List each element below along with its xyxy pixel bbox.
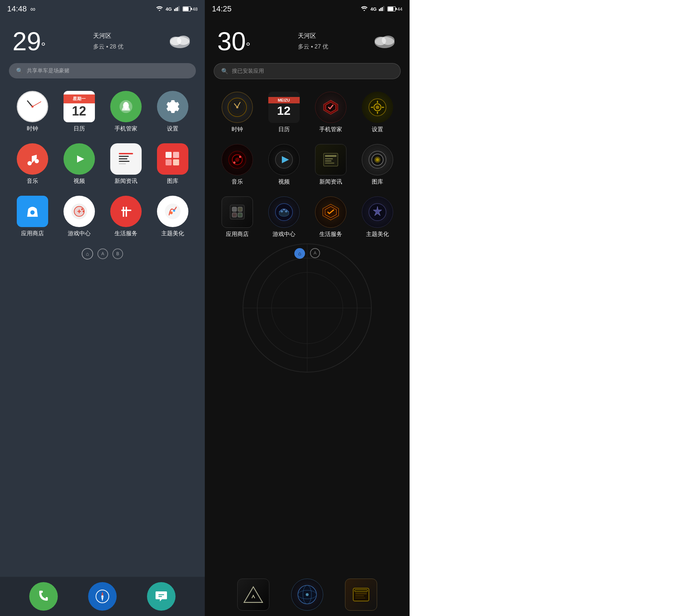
app-grid-left: 时钟 星期一 12 日历 手机管家: [0, 84, 205, 245]
clock-icon-right[interactable]: [222, 92, 253, 123]
svg-point-23: [30, 210, 35, 215]
manager-icon-right[interactable]: [315, 92, 346, 123]
dot-a-left[interactable]: A: [97, 248, 108, 259]
store-icon-right[interactable]: [222, 196, 253, 228]
app-theme-right[interactable]: 主题美化: [354, 196, 401, 238]
app-calendar-left[interactable]: 星期一 12 日历: [56, 91, 102, 133]
clock-label-left: 时钟: [27, 125, 38, 133]
settings-label-left: 设置: [167, 125, 178, 133]
app-video-left[interactable]: 视频: [56, 143, 102, 185]
infinity-icon-left: ∞: [30, 5, 35, 13]
theme-icon-right[interactable]: [362, 196, 393, 228]
clock-icon-left[interactable]: [17, 91, 48, 122]
svg-rect-82: [232, 213, 237, 217]
app-news-right[interactable]: 新闻资讯: [307, 144, 354, 186]
app-music-left[interactable]: 音乐: [9, 143, 56, 185]
app-gallery-right[interactable]: 图库: [354, 144, 401, 186]
svg-rect-102: [355, 595, 364, 596]
status-icons-right: 4G 44: [360, 6, 402, 12]
svg-rect-37: [158, 596, 162, 597]
battery-icon-left: 48: [183, 6, 198, 12]
app-video-right[interactable]: 视频: [260, 144, 307, 186]
signal-bars-right: [379, 6, 385, 12]
battery-icon-right: 44: [387, 6, 402, 12]
dock-app2-right[interactable]: [291, 579, 323, 611]
news-icon-right[interactable]: [315, 144, 346, 175]
life-icon-right[interactable]: [315, 196, 346, 228]
svg-rect-16: [119, 158, 127, 159]
app-clock-right[interactable]: 时钟: [214, 92, 260, 133]
app-theme-left[interactable]: 主题美化: [149, 196, 196, 237]
manager-label-right: 手机管家: [319, 126, 342, 133]
theme-icon-left[interactable]: [157, 196, 188, 227]
wifi-icon-right: [360, 6, 368, 12]
music-icon-right[interactable]: [222, 144, 253, 175]
search-bar-right[interactable]: 🔍 搜已安装应用: [214, 63, 401, 79]
settings-icon-left[interactable]: [157, 91, 188, 122]
left-phone: 14:48 ∞ 4G 48 29 ° 天河区 多云 ▪ 28 优: [0, 0, 205, 616]
svg-rect-22: [173, 159, 179, 165]
game-icon-left[interactable]: [64, 196, 95, 227]
app-clock-left[interactable]: 时钟: [9, 91, 56, 133]
game-icon-right[interactable]: [268, 196, 300, 228]
settings-icon-right[interactable]: [362, 92, 393, 123]
video-icon-right[interactable]: [268, 144, 300, 175]
app-news-left[interactable]: 新闻资讯: [102, 143, 149, 185]
app-life-left[interactable]: 生活服务: [102, 196, 149, 237]
gallery-label-left: 图库: [167, 178, 178, 185]
weather-details-right: 天河区 多云 ▪ 27 优: [298, 31, 328, 52]
dock-msg-left[interactable]: [147, 582, 176, 611]
app-store-right[interactable]: 应用商店: [214, 196, 260, 238]
search-bar-left[interactable]: 🔍 共享单车是场豪赌: [9, 63, 196, 78]
weather-widget-left: 29 ° 天河区 多云 ▪ 28 优: [0, 21, 205, 61]
dock-app3-right[interactable]: [345, 579, 377, 611]
svg-rect-20: [173, 152, 179, 158]
app-calendar-right[interactable]: MEIZU 12 日历: [260, 92, 307, 133]
app-life-right[interactable]: 生活服务: [307, 196, 354, 238]
svg-point-78: [376, 158, 379, 161]
store-icon-left[interactable]: [17, 196, 48, 227]
life-label-right: 生活服务: [319, 231, 342, 238]
app-game-left[interactable]: 游戏中心: [56, 196, 102, 237]
cal-date-right: 12: [277, 103, 291, 118]
calendar-icon-right[interactable]: MEIZU 12: [268, 92, 300, 123]
dot-a-right[interactable]: A: [310, 248, 320, 258]
dock-phone-left[interactable]: [29, 582, 58, 611]
svg-marker-13: [77, 155, 84, 163]
svg-rect-19: [166, 152, 172, 158]
svg-rect-46: [383, 6, 384, 11]
home-dot-right[interactable]: ⌂: [294, 248, 305, 259]
app-manager-left[interactable]: 手机管家: [102, 91, 149, 133]
app-music-right[interactable]: 音乐: [214, 144, 260, 186]
music-icon-left[interactable]: [17, 143, 48, 175]
app-settings-right[interactable]: 设置: [354, 92, 401, 133]
calendar-icon-left[interactable]: 星期一 12: [64, 91, 95, 122]
svg-rect-18: [119, 163, 126, 164]
app-gallery-left[interactable]: 图库: [149, 143, 196, 185]
cloud-icon-left: [167, 29, 192, 54]
app-grid-right: 时钟 MEIZU 12 日历 手机管家: [205, 84, 410, 245]
app-game-right[interactable]: 游戏中心: [260, 196, 307, 238]
settings-label-right: 设置: [372, 126, 383, 133]
video-label-left: 视频: [73, 178, 85, 185]
music-label-right: 音乐: [232, 178, 243, 186]
svg-rect-71: [325, 155, 336, 157]
gallery-label-right: 图库: [372, 178, 383, 186]
life-icon-left[interactable]: [110, 196, 142, 227]
dock-app1-right[interactable]: [237, 579, 269, 611]
gallery-icon-right[interactable]: [362, 144, 393, 175]
theme-label-right: 主题美化: [366, 231, 389, 238]
dot-b-left[interactable]: B: [112, 248, 123, 259]
music-label-left: 音乐: [27, 178, 38, 185]
app-settings-left[interactable]: 设置: [149, 91, 196, 133]
video-icon-left[interactable]: [64, 143, 95, 175]
manager-icon-left[interactable]: [110, 91, 142, 122]
app-store-left[interactable]: 应用商店: [9, 196, 56, 237]
time-left: 14:48: [7, 4, 27, 14]
app-manager-right[interactable]: 手机管家: [307, 92, 354, 133]
home-dot-left[interactable]: ⌂: [82, 248, 93, 260]
news-icon-left[interactable]: [110, 143, 142, 175]
svg-rect-21: [166, 159, 172, 165]
dock-compass-left[interactable]: [88, 582, 117, 611]
gallery-icon-left[interactable]: [157, 143, 188, 175]
